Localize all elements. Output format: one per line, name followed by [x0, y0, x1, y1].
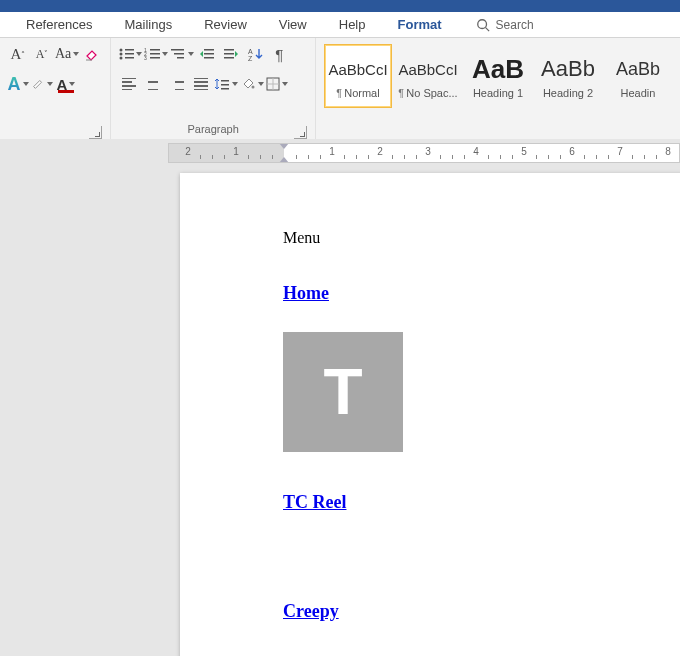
show-marks-button[interactable]: ¶ — [268, 43, 290, 65]
group-label-styles — [322, 122, 674, 140]
svg-rect-25 — [221, 80, 229, 82]
align-center-button[interactable] — [142, 73, 164, 95]
tab-format[interactable]: Format — [382, 12, 458, 37]
image-placeholder-letter: T — [323, 360, 362, 424]
svg-text:Z: Z — [248, 55, 253, 61]
style-heading-1[interactable]: AaBHeading 1 — [464, 44, 532, 108]
svg-rect-11 — [150, 53, 160, 55]
search-label: Search — [496, 18, 534, 32]
indent-icon — [223, 47, 239, 61]
bullets-button[interactable] — [118, 43, 142, 65]
decrease-indent-button[interactable] — [196, 43, 218, 65]
borders-button[interactable] — [266, 73, 288, 95]
align-left-button[interactable] — [118, 73, 140, 95]
svg-rect-15 — [174, 53, 184, 55]
group-font: A˄ A˅ Aa A A — [0, 38, 111, 140]
doc-link-creepy[interactable]: Creepy — [283, 601, 680, 622]
search-icon — [476, 18, 490, 32]
text-effects-button[interactable]: A — [7, 73, 29, 95]
svg-rect-21 — [224, 53, 234, 55]
horizontal-ruler[interactable]: 21123456789 — [168, 143, 680, 163]
change-case-button[interactable]: Aa — [55, 43, 79, 65]
style--normal[interactable]: AaBbCcI¶Normal — [324, 44, 392, 108]
tab-mailings[interactable]: Mailings — [108, 12, 188, 37]
style-headin[interactable]: AaBbHeadin — [604, 44, 672, 108]
group-label-font — [6, 122, 104, 140]
title-bar — [0, 0, 680, 12]
svg-rect-18 — [204, 53, 214, 55]
svg-rect-26 — [221, 84, 229, 86]
svg-text:A: A — [248, 48, 253, 55]
line-spacing-icon — [214, 77, 230, 91]
bullets-icon — [118, 47, 134, 61]
line-spacing-button[interactable] — [214, 73, 238, 95]
ribbon: A˄ A˅ Aa A A — [0, 38, 680, 141]
svg-rect-9 — [150, 49, 160, 51]
ribbon-tabs: References Mailings Review View Help For… — [0, 12, 680, 38]
tab-references[interactable]: References — [10, 12, 108, 37]
paint-bucket-icon — [240, 77, 256, 91]
group-paragraph: 123 AZ ¶ — [111, 38, 316, 140]
doc-text-menu[interactable]: Menu — [283, 229, 680, 247]
svg-point-2 — [120, 49, 123, 52]
highlight-button[interactable] — [31, 73, 53, 95]
clear-formatting-button[interactable] — [81, 43, 103, 65]
numbering-icon: 123 — [144, 47, 160, 61]
svg-rect-19 — [204, 57, 214, 59]
doc-link-tcreel[interactable]: TC Reel — [283, 492, 680, 513]
svg-point-0 — [477, 19, 486, 28]
text-effects-underline — [10, 90, 26, 93]
svg-rect-7 — [125, 57, 134, 59]
search-box[interactable]: Search — [476, 18, 534, 32]
sort-button[interactable]: AZ — [244, 43, 266, 65]
group-label-paragraph: Paragraph — [117, 122, 309, 140]
highlight-icon — [31, 77, 45, 91]
svg-rect-5 — [125, 53, 134, 55]
shrink-font-button[interactable]: A˅ — [31, 43, 53, 65]
paragraph-dialog-launcher[interactable] — [294, 126, 307, 139]
svg-rect-22 — [224, 57, 234, 59]
svg-line-1 — [485, 27, 489, 31]
align-right-button[interactable] — [166, 73, 188, 95]
style-heading-2[interactable]: AaBbHeading 2 — [534, 44, 602, 108]
tab-review[interactable]: Review — [188, 12, 263, 37]
svg-rect-3 — [125, 49, 134, 51]
group-styles: AaBbCcI¶NormalAaBbCcI¶No Spac...AaBHeadi… — [316, 38, 680, 140]
outdent-icon — [199, 47, 215, 61]
sort-icon: AZ — [247, 47, 263, 61]
svg-rect-17 — [204, 49, 214, 51]
tab-help[interactable]: Help — [323, 12, 382, 37]
image-placeholder[interactable]: T — [283, 332, 403, 452]
svg-text:3: 3 — [144, 55, 147, 61]
svg-rect-20 — [224, 49, 234, 51]
justify-button[interactable] — [190, 73, 212, 95]
grow-font-button[interactable]: A˄ — [7, 43, 29, 65]
tab-view[interactable]: View — [263, 12, 323, 37]
styles-gallery[interactable]: AaBbCcI¶NormalAaBbCcI¶No Spac...AaBHeadi… — [322, 42, 674, 122]
document-page[interactable]: Menu Home T TC Reel Creepy — [180, 173, 680, 656]
multilevel-list-button[interactable] — [170, 43, 194, 65]
svg-rect-16 — [177, 57, 184, 59]
eraser-icon — [84, 46, 100, 62]
borders-icon — [266, 77, 280, 91]
font-color-button[interactable]: A — [55, 73, 77, 95]
style--no-spac-[interactable]: AaBbCcI¶No Spac... — [394, 44, 462, 108]
font-dialog-launcher[interactable] — [89, 126, 102, 139]
increase-indent-button[interactable] — [220, 43, 242, 65]
doc-link-home[interactable]: Home — [283, 283, 680, 304]
svg-point-4 — [120, 53, 123, 56]
svg-point-28 — [252, 86, 255, 89]
multilevel-icon — [170, 47, 186, 61]
svg-point-6 — [120, 57, 123, 60]
svg-rect-27 — [221, 88, 229, 90]
svg-rect-13 — [150, 57, 160, 59]
numbering-button[interactable]: 123 — [144, 43, 168, 65]
editor-workspace: 21123456789 Menu Home T TC Reel Creepy — [0, 139, 680, 656]
shading-button[interactable] — [240, 73, 264, 95]
svg-rect-14 — [171, 49, 184, 51]
